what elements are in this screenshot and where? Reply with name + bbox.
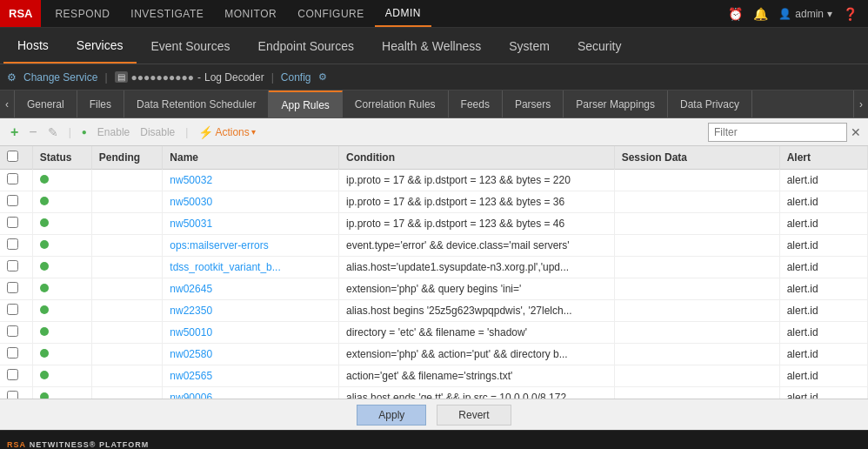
row-name[interactable]: nw50030 <box>163 191 339 213</box>
revert-button[interactable]: Revert <box>437 405 511 426</box>
table-row[interactable]: nw90006 alias.host ends 'ge.tt' && ip.sr… <box>0 387 868 399</box>
nav-endpoint-sources[interactable]: Endpoint Sources <box>244 28 369 64</box>
row-select[interactable] <box>7 391 18 399</box>
nav-admin[interactable]: ADMIN <box>375 0 431 27</box>
username: admin <box>795 8 824 20</box>
header-alert[interactable]: Alert <box>779 146 867 170</box>
nav-security[interactable]: Security <box>564 28 636 64</box>
apply-button[interactable]: Apply <box>357 405 426 426</box>
tab-general[interactable]: General <box>15 90 77 117</box>
row-select[interactable] <box>7 217 18 228</box>
tab-files[interactable]: Files <box>77 90 124 117</box>
row-name[interactable]: nw22350 <box>163 300 339 322</box>
nav-monitor[interactable]: MONITOR <box>214 0 287 27</box>
help-icon[interactable]: ❓ <box>843 7 858 21</box>
filter-input[interactable] <box>708 123 847 142</box>
header-status[interactable]: Status <box>32 146 91 170</box>
row-session <box>614 191 779 213</box>
row-checkbox[interactable] <box>0 257 32 278</box>
table-row[interactable]: nw02645 extension='php' && query begins … <box>0 278 868 300</box>
tab-parsers[interactable]: Parsers <box>503 90 564 117</box>
status-dot-icon <box>40 240 49 249</box>
header-pending[interactable]: Pending <box>91 146 162 170</box>
actions-button[interactable]: ⚡ Actions ▾ <box>195 124 258 141</box>
table-row[interactable]: nw50010 directory = 'etc' && filename = … <box>0 322 868 344</box>
nav-services[interactable]: Services <box>63 28 137 64</box>
table-row[interactable]: nw02580 extension='php' && action='put' … <box>0 344 868 365</box>
row-checkbox[interactable] <box>0 387 32 399</box>
row-name[interactable]: ops:mailserver-errors <box>163 235 339 257</box>
nav-respond[interactable]: RESPOND <box>44 0 120 27</box>
remove-button[interactable]: − <box>25 123 40 142</box>
row-name[interactable]: nw50031 <box>163 213 339 235</box>
row-pending <box>91 257 162 278</box>
header-session[interactable]: Session Data <box>614 146 779 170</box>
tab-feeds[interactable]: Feeds <box>449 90 503 117</box>
select-all-checkbox[interactable] <box>7 151 18 162</box>
nav-health-wellness[interactable]: Health & Wellness <box>368 28 495 64</box>
row-select[interactable] <box>7 347 18 359</box>
tab-left-chevron[interactable]: ‹ <box>0 90 15 117</box>
disable-button[interactable]: Disable <box>137 124 178 140</box>
tab-right-chevron[interactable]: › <box>853 90 868 117</box>
row-select[interactable] <box>7 260 18 271</box>
nav-investigate[interactable]: INVESTIGATE <box>120 0 214 27</box>
row-name[interactable]: nw02565 <box>163 365 339 387</box>
tab-data-privacy[interactable]: Data Privacy <box>668 90 752 117</box>
table-row[interactable]: nw22350 alias.host begins '25z5g623wpqpd… <box>0 300 868 322</box>
clock-icon[interactable]: ⏰ <box>728 7 743 21</box>
top-nav-right: ⏰ 🔔 👤 admin ▾ ❓ <box>728 7 868 21</box>
add-button[interactable]: + <box>7 123 22 142</box>
row-select[interactable] <box>7 325 18 337</box>
table-row[interactable]: tdss_rootkit_variant_b... alias.host='up… <box>0 257 868 278</box>
row-name[interactable]: nw90006 <box>163 387 339 399</box>
row-checkbox[interactable] <box>0 365 32 387</box>
header-checkbox[interactable] <box>0 146 32 170</box>
row-name[interactable]: nw50010 <box>163 322 339 344</box>
nav-hosts[interactable]: Hosts <box>3 28 63 64</box>
row-checkbox[interactable] <box>0 322 32 344</box>
row-checkbox[interactable] <box>0 213 32 235</box>
edit-button[interactable]: ✎ <box>44 124 62 141</box>
enable-button[interactable]: Enable <box>94 124 133 140</box>
filter-clear-button[interactable]: ✕ <box>851 125 861 139</box>
table-row[interactable]: nw02565 action='get' && filename='string… <box>0 365 868 387</box>
tab-correlation-rules[interactable]: Correlation Rules <box>343 90 449 117</box>
change-service-link[interactable]: Change Service <box>23 71 97 84</box>
row-name[interactable]: nw02645 <box>163 278 339 300</box>
user-menu[interactable]: 👤 admin ▾ <box>778 8 832 20</box>
status-dot-icon <box>40 371 49 379</box>
table-row[interactable]: ops:mailserver-errors event.type='error'… <box>0 235 868 257</box>
row-checkbox[interactable] <box>0 191 32 213</box>
row-checkbox[interactable] <box>0 278 32 300</box>
row-select[interactable] <box>7 238 18 250</box>
row-name[interactable]: nw50032 <box>163 170 339 191</box>
row-name[interactable]: tdss_rootkit_variant_b... <box>163 257 339 278</box>
bell-icon[interactable]: 🔔 <box>753 7 768 21</box>
header-name[interactable]: Name <box>163 146 339 170</box>
row-checkbox[interactable] <box>0 300 32 322</box>
row-checkbox[interactable] <box>0 170 32 191</box>
tab-parser-mappings[interactable]: Parser Mappings <box>564 90 668 117</box>
row-checkbox[interactable] <box>0 235 32 257</box>
nav-system[interactable]: System <box>495 28 564 64</box>
row-select[interactable] <box>7 173 18 184</box>
tab-app-rules[interactable]: App Rules <box>269 90 342 117</box>
row-select[interactable] <box>7 304 18 315</box>
row-select[interactable] <box>7 195 18 206</box>
table-row[interactable]: nw50030 ip.proto = 17 && ip.dstport = 12… <box>0 191 868 213</box>
row-alert: alert.id <box>779 344 867 365</box>
row-select[interactable] <box>7 282 18 293</box>
tab-data-retention[interactable]: Data Retention Scheduler <box>124 90 269 117</box>
nav-event-sources[interactable]: Event Sources <box>137 28 244 64</box>
row-pending <box>91 170 162 191</box>
row-name[interactable]: nw02580 <box>163 344 339 365</box>
row-select[interactable] <box>7 369 18 380</box>
nav-configure[interactable]: CONFIGURE <box>287 0 375 27</box>
table-row[interactable]: nw50031 ip.proto = 17 && ip.dstport = 12… <box>0 213 868 235</box>
row-checkbox[interactable] <box>0 344 32 365</box>
table-row[interactable]: nw50032 ip.proto = 17 && ip.dstport = 12… <box>0 170 868 191</box>
config-link[interactable]: Config <box>281 71 311 84</box>
header-condition[interactable]: Condition <box>339 146 615 170</box>
breadcrumb-bar: ⚙ Change Service | ▤ ●●●●●●●●●● - Log De… <box>0 64 868 90</box>
